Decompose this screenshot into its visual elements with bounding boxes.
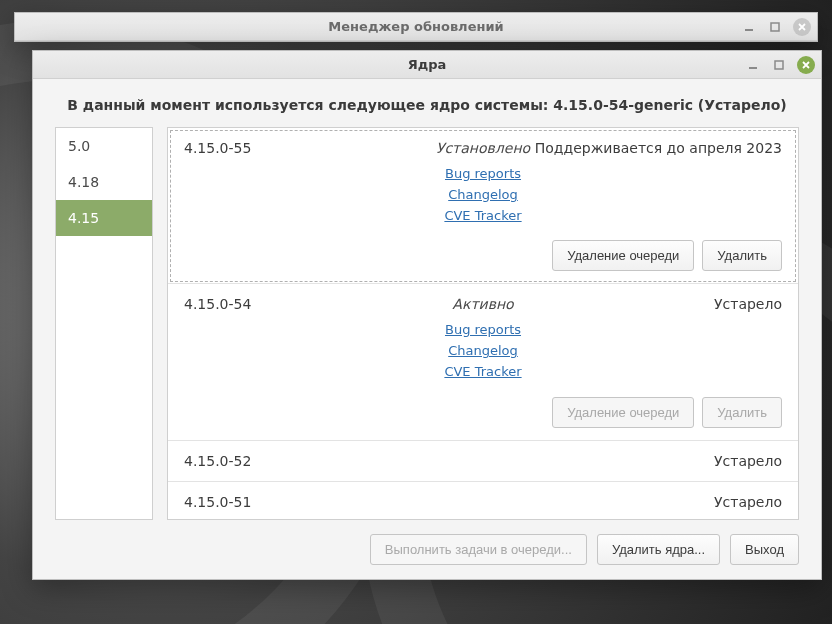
kernel-version: 4.15.0-52 [184, 453, 251, 469]
kernels-titlebar[interactable]: Ядра [33, 51, 821, 79]
close-button[interactable] [793, 18, 811, 36]
dequeue-button[interactable]: Удаление очереди [552, 240, 694, 271]
kernel-version: 4.15.0-51 [184, 494, 251, 510]
series-item[interactable]: 4.18 [56, 164, 152, 200]
kernel-actions: Удаление очередиУдалить [184, 389, 782, 428]
update-manager-titlebar[interactable]: Менеджер обновлений [15, 13, 817, 41]
update-manager-window: Менеджер обновлений [14, 12, 818, 42]
kernel-row[interactable]: 4.15.0-52Устарело [168, 441, 798, 482]
kernels-window: Ядра В данный момент используется следую… [32, 50, 822, 580]
series-item[interactable]: 4.15 [56, 200, 152, 236]
kernel-actions: Удаление очередиУдалить [184, 232, 782, 271]
kernel-version: 4.15.0-54 [184, 296, 452, 312]
kernel-support: Устарело [514, 296, 782, 312]
kernel-series-list: 5.04.184.15 [55, 127, 153, 520]
svg-rect-2 [749, 67, 757, 69]
kernel-version: 4.15.0-55 [184, 140, 436, 156]
bug-reports-link[interactable]: Bug reports [184, 320, 782, 341]
kernel-links: Bug reportsChangelogCVE Tracker [184, 162, 782, 226]
dequeue-button[interactable]: Удаление очереди [552, 397, 694, 428]
kernel-row[interactable]: 4.15.0-55УстановленоПоддерживается до ап… [168, 128, 798, 284]
cve-tracker-link[interactable]: CVE Tracker [184, 206, 782, 227]
changelog-link[interactable]: Changelog [184, 185, 782, 206]
svg-rect-3 [775, 61, 783, 69]
kernels-title: Ядра [408, 57, 447, 72]
kernel-links: Bug reportsChangelogCVE Tracker [184, 318, 782, 382]
update-manager-title: Менеджер обновлений [328, 19, 503, 34]
current-kernel-text: В данный момент используется следующее я… [55, 97, 799, 113]
kernel-support: Устарело [714, 453, 782, 469]
kernel-support: Поддерживается до апреля 2023 [530, 140, 782, 156]
kernel-status: Установлено [436, 140, 530, 156]
changelog-link[interactable]: Changelog [184, 341, 782, 362]
footer-buttons: Выполнить задачи в очереди... Удалить яд… [55, 520, 799, 565]
remove-button[interactable]: Удалить [702, 240, 782, 271]
exit-button[interactable]: Выход [730, 534, 799, 565]
maximize-button[interactable] [771, 57, 787, 73]
minimize-button[interactable] [745, 57, 761, 73]
maximize-button[interactable] [767, 19, 783, 35]
kernel-versions-panel[interactable]: 4.15.0-55УстановленоПоддерживается до ап… [167, 127, 799, 520]
kernel-row[interactable]: 4.15.0-51Устарело [168, 482, 798, 520]
kernel-status: Активно [452, 296, 513, 312]
series-item[interactable]: 5.0 [56, 128, 152, 164]
svg-rect-1 [771, 23, 779, 31]
minimize-button[interactable] [741, 19, 757, 35]
close-button[interactable] [797, 56, 815, 74]
bug-reports-link[interactable]: Bug reports [184, 164, 782, 185]
remove-kernels-button[interactable]: Удалить ядра... [597, 534, 720, 565]
cve-tracker-link[interactable]: CVE Tracker [184, 362, 782, 383]
svg-rect-0 [745, 29, 753, 31]
remove-button[interactable]: Удалить [702, 397, 782, 428]
kernel-row[interactable]: 4.15.0-54АктивноУстарелоBug reportsChang… [168, 284, 798, 440]
kernel-support: Устарело [714, 494, 782, 510]
run-queue-button[interactable]: Выполнить задачи в очереди... [370, 534, 587, 565]
